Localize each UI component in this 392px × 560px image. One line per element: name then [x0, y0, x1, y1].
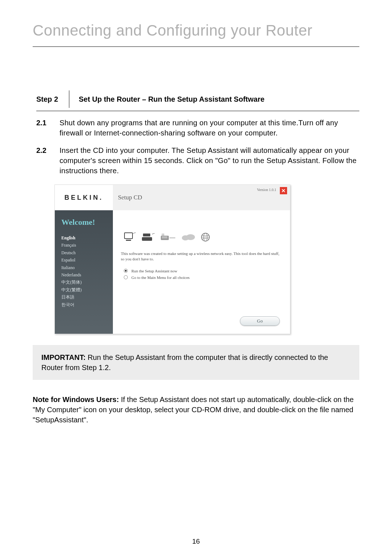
radio-main-menu[interactable]: Go to the Main Menu for all choices: [124, 275, 283, 280]
svg-rect-3: [142, 237, 152, 241]
language-item-zh-simplified[interactable]: 中文(简体): [61, 279, 113, 286]
radio-icon: [124, 275, 128, 279]
language-item-italiano[interactable]: Italiano: [61, 264, 113, 271]
note-label: Note for Windows Users:: [33, 395, 119, 403]
computer-icon: [124, 232, 136, 242]
step-text: Insert the CD into your computer. The Se…: [60, 145, 359, 176]
svg-rect-1: [125, 233, 132, 238]
setup-assistant-window: BELKIN. Setup CD Version 1.0.1 ✕ Welcome…: [54, 184, 290, 334]
globe-icon: [201, 232, 210, 242]
welcome-heading: Welcome!: [61, 218, 113, 227]
svg-point-11: [186, 234, 195, 240]
step-item: 2.1 Shut down any programs that are runn…: [36, 118, 359, 138]
language-item-deutsch[interactable]: Deutsch: [61, 249, 113, 256]
cloud-icon: [181, 233, 196, 241]
page-number: 16: [0, 537, 392, 545]
step-text: Shut down any programs that are running …: [60, 118, 359, 138]
svg-rect-4: [143, 234, 150, 236]
radio-icon: [124, 269, 128, 273]
windows-note: Note for Windows Users: If the Setup Ass…: [33, 394, 359, 425]
radio-label: Go to the Main Menu for all choices: [131, 275, 189, 280]
radio-run-setup[interactable]: Run the Setup Assistant now: [124, 269, 283, 273]
version-label: Version 1.0.1: [257, 188, 276, 192]
language-item-zh-traditional[interactable]: 中文(繁體): [61, 286, 113, 293]
window-title: Setup CD: [118, 194, 142, 201]
language-item-korean[interactable]: 한국어: [61, 301, 113, 308]
modem-icon: [160, 233, 176, 242]
page-title: Connecting and Configuring your Router: [33, 22, 359, 47]
language-list: English Français Deutsch Español Italian…: [61, 234, 113, 308]
step-label: Step 2: [36, 90, 69, 108]
svg-rect-2: [126, 240, 131, 241]
close-button[interactable]: ✕: [280, 187, 287, 194]
router-icon: [141, 232, 155, 242]
language-item-espanol[interactable]: Español: [61, 256, 113, 264]
important-label: IMPORTANT:: [41, 353, 86, 361]
language-item-francais[interactable]: Français: [61, 242, 113, 249]
language-item-english[interactable]: English: [61, 234, 113, 242]
brand-logo: BELKIN.: [65, 194, 103, 202]
language-item-japanese[interactable]: 日本語: [61, 293, 113, 301]
step-number: 2.1: [36, 118, 49, 138]
diagram-icons: [124, 232, 283, 242]
go-button[interactable]: Go: [240, 316, 280, 326]
step-title: Set Up the Router – Run the Setup Assist…: [69, 95, 265, 104]
important-note: IMPORTANT: Run the Setup Assistant from …: [33, 345, 359, 380]
sidebar: Welcome! English Français Deutsch Españo…: [55, 210, 113, 334]
main-panel: This software was created to make settin…: [113, 210, 290, 334]
intro-text: This software was created to make settin…: [121, 251, 283, 262]
language-item-nederlands[interactable]: Nederlands: [61, 271, 113, 279]
radio-label: Run the Setup Assistant now: [131, 269, 177, 273]
step-header: Step 2 Set Up the Router – Run the Setup…: [36, 90, 359, 111]
step-item: 2.2 Insert the CD into your computer. Th…: [36, 145, 359, 176]
step-number: 2.2: [36, 145, 49, 176]
